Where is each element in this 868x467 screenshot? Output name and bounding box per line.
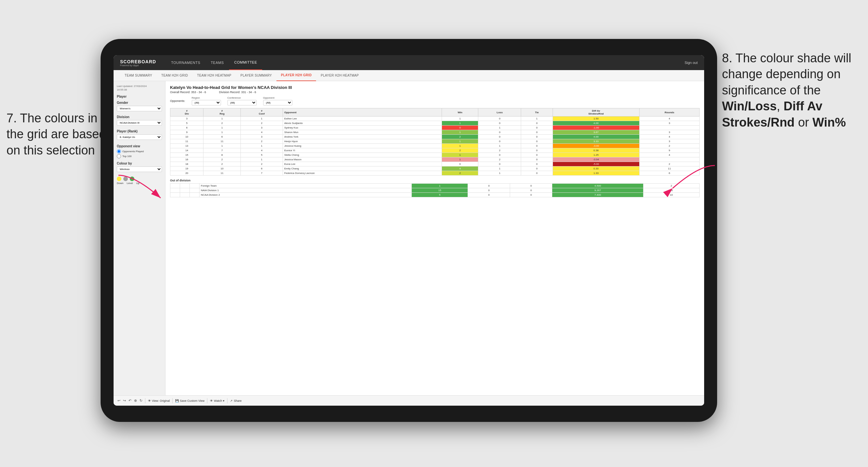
cell-tie: 0	[521, 171, 553, 176]
nav-committee[interactable]: COMMITTEE	[229, 55, 262, 70]
sub-nav-player-h2h-grid[interactable]: PLAYER H2H GRID	[276, 70, 316, 81]
ood-cell-opponent: NCAA Division 2	[199, 193, 412, 197]
tablet-frame: SCOREBOARD Powered by clippd TOURNAMENTS…	[101, 39, 717, 422]
cell-win: 1	[442, 157, 478, 162]
cell-conf: 7	[241, 171, 283, 176]
overall-record: Overall Record: 353 - 34 - 6	[170, 91, 206, 94]
col-diff: Diff AvStrokes/Rnd	[553, 108, 639, 117]
toolbar-sep-1	[145, 398, 145, 403]
cell-diff: -5.00	[553, 162, 639, 166]
gender-select[interactable]: Women's	[117, 106, 162, 111]
cell-loss: 0	[478, 162, 521, 166]
ood-cell-loss: 0	[468, 193, 510, 197]
logo-scoreboard: SCOREBOARD	[120, 59, 156, 64]
cell-loss: 2	[478, 157, 521, 162]
sub-nav-team-summary[interactable]: TEAM SUMMARY	[120, 70, 157, 81]
cell-diff: -0.94	[553, 157, 639, 162]
cell-conf: 2	[241, 139, 283, 144]
cell-loss: 0	[478, 153, 521, 157]
colour-by-title: Colour by	[117, 162, 162, 165]
table-row: 6 1 3 Sydney Kuo 0 1 0 -1.00	[170, 126, 700, 130]
cell-rounds: 2	[640, 162, 700, 166]
conference-select[interactable]: (All)	[227, 100, 257, 105]
cell-win: 4	[442, 166, 478, 171]
undo-icon[interactable]: ↩	[118, 399, 120, 403]
col-tie: Tie	[521, 108, 553, 117]
table-row: 18 2 2 Euna Lee 0 0 0 -5.00 2	[170, 162, 700, 166]
save-custom-view-btn[interactable]: 💾 Save Custom View	[175, 399, 205, 402]
ood-cell-empty3	[190, 184, 199, 188]
col-rounds: Rounds	[640, 108, 700, 117]
cell-reg: 8	[204, 153, 241, 157]
col-loss: Loss	[478, 108, 521, 117]
cell-win: 1	[442, 117, 478, 121]
cell-diff: 1.25	[553, 153, 639, 157]
refresh-icon[interactable]: ↻	[140, 399, 143, 403]
cell-loss: 0	[478, 130, 521, 135]
cell-win: 0	[442, 162, 478, 166]
ood-cell-tie: 0	[510, 184, 552, 188]
ood-cell-diff: 4.500	[552, 184, 644, 188]
col-opponent: Opponent	[283, 108, 442, 117]
toolbar-sep-4	[227, 398, 227, 403]
ood-cell-empty3	[190, 193, 199, 197]
cell-tie: 0	[521, 126, 553, 130]
region-select[interactable]: (All)	[192, 100, 221, 105]
sub-nav-team-h2h-grid[interactable]: TEAM H2H GRID	[157, 70, 192, 81]
cell-reg: 1	[204, 144, 241, 148]
cell-win: 2	[442, 148, 478, 153]
player-rank-select[interactable]: 8. Katelyn Vo	[117, 134, 162, 140]
cell-diff: 1.33	[553, 171, 639, 176]
cell-diff: -3.00	[553, 144, 639, 148]
radio-top100[interactable]: Top 100	[117, 154, 162, 158]
cell-reg: 6	[204, 135, 241, 139]
colour-by-select[interactable]: Win/loss	[117, 166, 162, 172]
nav-tournaments[interactable]: TOURNAMENTS	[166, 55, 206, 70]
legend-down-label: Down	[117, 182, 123, 185]
share-btn[interactable]: ↗ Share	[230, 399, 241, 402]
cell-diff: 0.38	[553, 148, 639, 153]
cell-div: 15	[170, 153, 204, 157]
cell-tie: 0	[521, 144, 553, 148]
table-row: 15 8 5 Stella Cheng 1 0 0 1.25 4	[170, 153, 700, 157]
legend-level-label: Level	[127, 182, 133, 185]
cell-reg: 11	[204, 139, 241, 144]
ood-cell-empty1	[170, 184, 180, 188]
division-select[interactable]: NCAA Division III	[117, 120, 162, 126]
opponent-select[interactable]: (All)	[263, 100, 292, 105]
cell-conf: 3	[241, 135, 283, 139]
col-win: Win	[442, 108, 478, 117]
sub-nav-player-h2h-heatmap[interactable]: PLAYER H2H HEATMAP	[316, 70, 363, 81]
nav-sign-out[interactable]: Sign out	[685, 61, 698, 65]
cell-div: 20	[170, 171, 204, 176]
cell-div: 14	[170, 148, 204, 153]
cell-opponent: Sharon Mun	[283, 130, 442, 135]
cell-conf: 4	[241, 148, 283, 153]
cell-loss: 0	[478, 139, 521, 144]
ood-cell-rounds: 30	[643, 188, 699, 193]
cell-conf: 1	[241, 144, 283, 148]
cell-opponent: Jessica Huang	[283, 144, 442, 148]
cell-opponent: Alexis Sudjianto	[283, 121, 442, 126]
grid-records: Overall Record: 353 - 34 - 6 Division Re…	[170, 91, 700, 94]
view-original-btn[interactable]: 👁 View: Original	[148, 399, 170, 402]
cell-opponent: Federica Domecq Lacroze	[283, 171, 442, 176]
opponents-label: Opponents:	[170, 99, 185, 102]
step-back-icon[interactable]: ↶	[128, 399, 131, 403]
sub-nav-player-summary[interactable]: PLAYER SUMMARY	[236, 70, 276, 81]
cell-win: 2	[442, 171, 478, 176]
logo-sub: Powered by clippd	[120, 64, 156, 66]
cell-conf: 2	[241, 121, 283, 126]
copy-icon[interactable]: ⊕	[134, 399, 137, 403]
watch-btn[interactable]: 👁 Watch ▾	[210, 399, 224, 402]
cell-tie: 0	[521, 153, 553, 157]
redo-icon[interactable]: ↪	[123, 399, 126, 403]
nav-teams[interactable]: TEAMS	[206, 55, 229, 70]
radio-opponents-played[interactable]: Opponents Played	[117, 149, 162, 154]
division-label: Division	[117, 115, 162, 119]
sub-nav-team-h2h-heatmap[interactable]: TEAM H2H HEATMAP	[192, 70, 236, 81]
main-data-table: #Div #Reg #Conf Opponent Win Loss Tie Di…	[170, 108, 700, 176]
table-row: 16 2 1 Jessica Mason 1 2 0 -0.94	[170, 157, 700, 162]
cell-div: 6	[170, 126, 204, 130]
cell-loss: 1	[478, 144, 521, 148]
